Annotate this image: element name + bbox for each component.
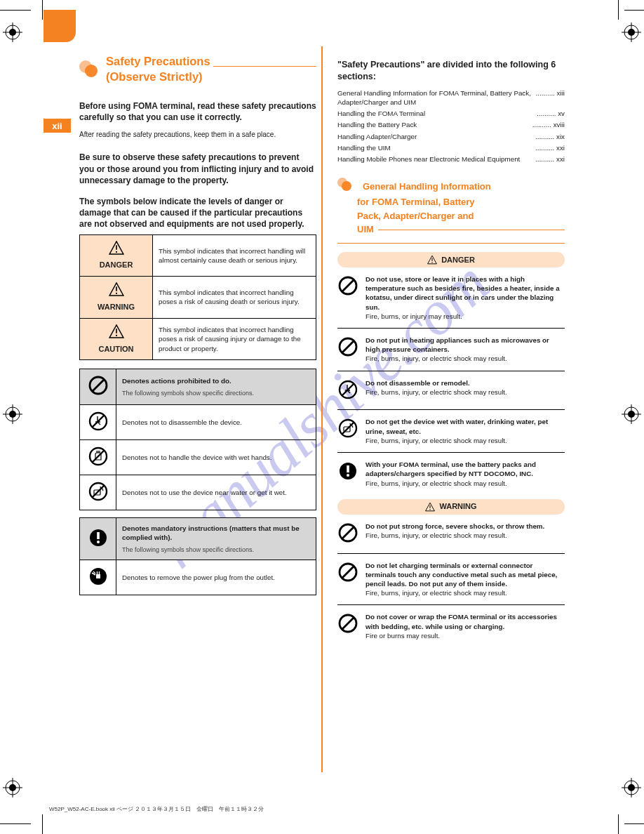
- subsection-title-cont: Pack, Adapter/Charger and: [357, 210, 474, 223]
- prohibit-icon: [337, 336, 358, 357]
- svg-rect-58: [347, 465, 349, 472]
- danger-heading-bar: DANGER: [337, 252, 565, 267]
- svg-point-41: [97, 541, 100, 543]
- svg-line-67: [342, 618, 354, 630]
- column-divider: [321, 46, 323, 772]
- crop-mark: [0, 10, 31, 11]
- crop-mark: [624, 10, 644, 11]
- subsection-title-cont: UIM: [357, 223, 374, 236]
- registration-mark-icon: [3, 778, 22, 797]
- prohibited-symbol-table: Denotes actions prohibited to do. The fo…: [79, 369, 316, 510]
- toc-heading: "Safety Precautions" are divided into th…: [337, 59, 565, 83]
- subsection-title-cont: for FOMA Terminal, Battery: [357, 196, 475, 208]
- caution-triangle-icon: [109, 324, 124, 338]
- svg-line-51: [342, 341, 354, 353]
- svg-line-53: [342, 383, 354, 395]
- danger-triangle-icon: [109, 241, 124, 255]
- table-row: WARNING This symbol indicates that incor…: [80, 277, 316, 319]
- crop-mark: [618, 814, 619, 834]
- section-bullet-icon: [337, 178, 358, 194]
- subsection-title: General Handling Information: [363, 180, 491, 193]
- svg-line-63: [342, 527, 354, 538]
- safety-rule: Do not put in heating appliances such as…: [337, 336, 565, 364]
- warning-triangle-icon: [425, 502, 435, 512]
- intro-paragraph-1: After reading the safety precautions, ke…: [79, 130, 316, 140]
- registration-mark-icon: [3, 22, 22, 42]
- registration-mark-icon: [622, 778, 641, 797]
- no-wet-hands-icon: [88, 446, 109, 467]
- mandatory-symbol-table: Denotes mandatory instructions (matters …: [79, 517, 316, 595]
- intro-heading-2: Be sure to observe these safety precauti…: [79, 152, 316, 186]
- table-row: Denotes not to disassemble the device.: [80, 404, 316, 439]
- footer-filename: W52P_W52-AC-E.book xii ページ ２０１３年３月１５日 金曜…: [49, 805, 264, 813]
- table-row: Denotes actions prohibited to do. The fo…: [80, 369, 316, 404]
- safety-rule: Do not cover or wrap the FOMA terminal o…: [337, 612, 565, 640]
- toc-list: General Handling Information for FOMA Te…: [337, 88, 565, 164]
- no-disassemble-icon: [337, 379, 358, 400]
- warning-triangle-icon: [109, 282, 124, 296]
- crop-mark: [624, 823, 644, 824]
- svg-rect-40: [97, 532, 100, 539]
- table-row: Denotes not to use the device near water…: [80, 475, 316, 510]
- table-row: DANGER This symbol indicates that incorr…: [80, 234, 316, 277]
- hazard-level-table: DANGER This symbol indicates that incorr…: [79, 234, 316, 361]
- table-row: CAUTION This symbol indicates that incor…: [80, 318, 316, 360]
- crop-mark: [0, 823, 31, 824]
- safety-rule: With your FOMA terminal, use the battery…: [337, 460, 565, 488]
- svg-line-33: [92, 415, 104, 427]
- svg-point-25: [115, 251, 116, 252]
- section-title: Safety Precautions: [106, 53, 210, 69]
- prohibit-icon: [337, 275, 358, 296]
- mandatory-icon: [88, 527, 109, 548]
- intro-heading-1: Before using FOMA terminal, read these s…: [79, 100, 316, 123]
- svg-point-47: [431, 262, 432, 263]
- no-water-icon: [88, 481, 109, 502]
- registration-mark-icon: [622, 404, 641, 424]
- danger-triangle-icon: [427, 255, 437, 265]
- prohibit-icon: [337, 613, 358, 634]
- mandatory-icon: [337, 461, 358, 482]
- table-row: Denotes to remove the power plug from th…: [80, 560, 316, 595]
- crop-mark: [618, 0, 619, 20]
- section-title-cont: (Observe Strictly): [106, 69, 210, 84]
- prohibit-icon: [88, 375, 109, 396]
- crop-mark: [42, 0, 43, 20]
- no-water-icon: [337, 418, 358, 439]
- unplug-icon: [88, 566, 109, 587]
- svg-line-49: [342, 279, 354, 291]
- section-bullet-icon: [79, 60, 100, 77]
- page-number-tab: xii: [43, 119, 71, 133]
- svg-point-61: [430, 509, 431, 510]
- registration-mark-icon: [3, 404, 22, 424]
- svg-point-27: [115, 293, 116, 294]
- safety-rule: Do not disassemble or remodel.Fire, burn…: [337, 378, 565, 403]
- svg-line-65: [342, 566, 354, 578]
- no-disassemble-icon: [88, 411, 109, 432]
- table-row: Denotes not to handle the device with we…: [80, 439, 316, 475]
- prohibit-icon: [337, 522, 358, 543]
- safety-rule: Do not let charging terminals or externa…: [337, 561, 565, 598]
- svg-rect-43: [96, 574, 100, 578]
- safety-rule: Do not use, store or leave it in places …: [337, 274, 565, 321]
- registration-mark-icon: [622, 22, 641, 42]
- svg-point-29: [115, 335, 116, 336]
- intro-heading-3: The symbols below indicate the levels of…: [79, 196, 316, 230]
- svg-line-31: [92, 380, 104, 392]
- svg-point-59: [347, 474, 349, 477]
- prohibit-icon: [337, 562, 358, 583]
- table-row: Denotes mandatory instructions (matters …: [80, 518, 316, 560]
- safety-rule: Do not put strong force, severe shocks, …: [337, 522, 565, 546]
- warning-heading-bar: WARNING: [337, 499, 565, 515]
- safety-rule: Do not get the device wet with water, dr…: [337, 417, 565, 445]
- corner-tab: [43, 10, 76, 42]
- crop-mark: [42, 814, 43, 834]
